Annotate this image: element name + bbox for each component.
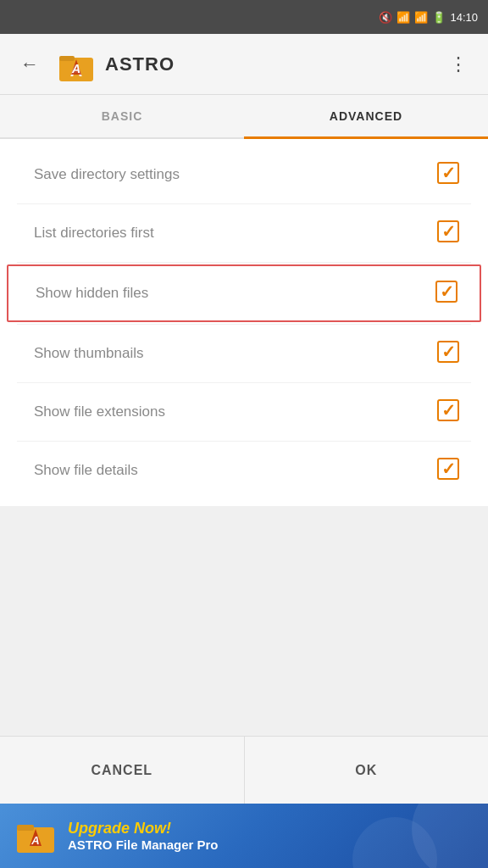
checkmark-show-extensions: ✓: [441, 402, 456, 419]
setting-show-details[interactable]: Show file details ✓: [0, 442, 488, 499]
more-options-button[interactable]: ⋮: [442, 50, 474, 79]
setting-label-list-dirs: List directories first: [34, 225, 437, 242]
setting-label-save-directory: Save directory settings: [34, 166, 437, 183]
ad-logo-icon: A A: [14, 814, 58, 858]
ad-banner[interactable]: A A Upgrade Now! ASTRO File Manager Pro: [0, 804, 488, 868]
setting-show-thumbnails[interactable]: Show thumbnails ✓: [0, 325, 488, 382]
setting-show-extensions[interactable]: Show file extensions ✓: [0, 383, 488, 441]
bottom-button-bar: CANCEL OK: [0, 736, 488, 804]
settings-list: Save directory settings ✓ List directori…: [0, 139, 488, 506]
checkmark-show-thumbnails: ✓: [441, 343, 456, 360]
setting-list-dirs[interactable]: List directories first ✓: [0, 204, 488, 262]
status-icons: 🔇 📶 📶 🔋 14:10: [379, 11, 478, 24]
checkmark-list-dirs: ✓: [441, 223, 456, 240]
tab-basic[interactable]: BASIC: [0, 95, 244, 137]
checkbox-show-hidden[interactable]: ✓: [435, 281, 461, 306]
setting-save-directory[interactable]: Save directory settings ✓: [0, 146, 488, 203]
svg-rect-6: [17, 825, 34, 831]
battery-icon: 🔋: [432, 11, 446, 24]
setting-show-hidden[interactable]: Show hidden files ✓: [7, 264, 481, 322]
cancel-button[interactable]: CANCEL: [0, 737, 245, 804]
back-button[interactable]: ←: [14, 50, 46, 79]
checkbox-show-extensions[interactable]: ✓: [437, 399, 463, 425]
tab-bar: BASIC ADVANCED: [0, 95, 488, 139]
svg-text:A: A: [71, 62, 80, 75]
status-bar: 🔇 📶 📶 🔋 14:10: [0, 0, 488, 34]
checkmark-show-hidden: ✓: [440, 283, 454, 300]
checkbox-save-directory[interactable]: ✓: [437, 162, 463, 187]
volume-icon: 🔇: [379, 11, 392, 24]
checkbox-list-dirs[interactable]: ✓: [437, 220, 463, 246]
time-display: 14:10: [450, 11, 478, 24]
ad-text-block: Upgrade Now! ASTRO File Manager Pro: [68, 820, 219, 852]
divider-2: [17, 262, 471, 263]
settings-content: Save directory settings ✓ List directori…: [0, 139, 488, 506]
ad-subtitle: ASTRO File Manager Pro: [68, 837, 219, 852]
tab-advanced[interactable]: ADVANCED: [244, 95, 488, 137]
ad-title: Upgrade Now!: [68, 820, 219, 837]
signal-icon: 📶: [396, 11, 410, 24]
checkmark-show-details: ✓: [441, 460, 456, 477]
setting-label-show-thumbnails: Show thumbnails: [34, 345, 437, 362]
checkbox-show-details[interactable]: ✓: [437, 458, 463, 483]
setting-label-show-details: Show file details: [34, 462, 437, 479]
signal2-icon: 📶: [414, 11, 428, 24]
app-bar: ← A A ASTRO ⋮: [0, 34, 488, 95]
app-logo: A A: [56, 44, 97, 85]
app-title: ASTRO: [105, 53, 442, 75]
checkbox-show-thumbnails[interactable]: ✓: [437, 341, 463, 366]
ok-button[interactable]: OK: [245, 737, 489, 804]
checkmark-save-directory: ✓: [441, 164, 456, 181]
setting-label-show-hidden: Show hidden files: [36, 285, 435, 302]
setting-label-show-extensions: Show file extensions: [34, 403, 437, 420]
svg-text:A: A: [30, 834, 39, 847]
